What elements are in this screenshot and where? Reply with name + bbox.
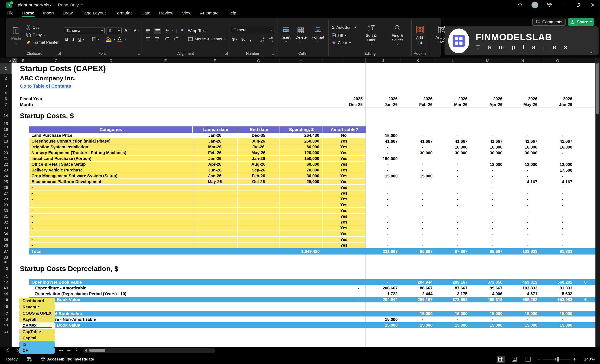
- percent-format-button[interactable]: %: [240, 36, 246, 43]
- column-header-N[interactable]: N: [505, 58, 540, 63]
- cell-L26[interactable]: -: [435, 185, 470, 191]
- row-header-41[interactable]: 41: [0, 274, 12, 279]
- cell-I18[interactable]: Yes: [323, 138, 366, 144]
- find-select-button[interactable]: Find & Select: [385, 23, 409, 46]
- cell-L37[interactable]: 87,667: [435, 248, 470, 255]
- column-header-H[interactable]: H: [280, 58, 323, 63]
- cell-L22[interactable]: -: [435, 162, 470, 167]
- cell-M45[interactable]: 469,319: [470, 297, 505, 302]
- cell-L19[interactable]: 16,000: [435, 144, 470, 150]
- cell-C32[interactable]: -: [29, 219, 192, 225]
- column-header-O[interactable]: O: [540, 58, 575, 63]
- cell-H19[interactable]: 80,000: [280, 144, 323, 150]
- cell-P17[interactable]: [575, 133, 595, 138]
- underline-button[interactable]: U: [77, 36, 85, 43]
- bold-button[interactable]: B: [64, 36, 69, 43]
- sort-filter-button[interactable]: AZ Sort & Filter: [360, 23, 383, 46]
- cell-L44[interactable]: 3,175: [435, 291, 470, 297]
- cell-F34[interactable]: [192, 231, 238, 237]
- cell-F28[interactable]: [192, 196, 238, 202]
- cell-K26[interactable]: -: [401, 185, 435, 191]
- cell-C17[interactable]: Land Purchase Price: [29, 133, 192, 138]
- cell-G22[interactable]: Aug-26: [238, 162, 280, 167]
- cell-N36[interactable]: -: [505, 243, 540, 248]
- cell-K18[interactable]: 41,667: [401, 138, 435, 144]
- row-header-27[interactable]: 27: [0, 191, 12, 196]
- fill-color-button[interactable]: [106, 37, 112, 42]
- cell-P35[interactable]: [575, 237, 595, 243]
- cell-K30[interactable]: -: [401, 208, 435, 214]
- cell-G49[interactable]: [238, 322, 280, 328]
- cell-K32[interactable]: -: [401, 219, 435, 225]
- cell-L48[interactable]: -: [435, 317, 470, 322]
- cell-L7[interactable]: Mar-26: [435, 102, 470, 107]
- row-header-39[interactable]: 39: [0, 260, 12, 263]
- cell-N29[interactable]: -: [505, 202, 540, 208]
- copy-button[interactable]: Copy: [25, 32, 60, 38]
- cell-O44[interactable]: 5,632: [540, 291, 575, 297]
- cell-H22[interactable]: 60,000: [280, 162, 323, 167]
- comma-format-button[interactable]: ,: [249, 35, 252, 43]
- cell-K48[interactable]: -: [401, 317, 435, 322]
- row-header-16[interactable]: 16: [0, 127, 12, 133]
- cell-N27[interactable]: -: [505, 191, 540, 196]
- cell-P21[interactable]: [575, 156, 595, 162]
- cell-J29[interactable]: -: [366, 202, 401, 208]
- cell-P47[interactable]: [575, 311, 595, 317]
- cell-J21[interactable]: 150,000: [366, 156, 401, 162]
- menu-tab-review[interactable]: Review: [159, 10, 174, 17]
- cell-G18[interactable]: Jun-26: [238, 138, 280, 144]
- cell-O25[interactable]: 4,167: [540, 179, 575, 185]
- read-only-label[interactable]: Read-Only: [58, 2, 79, 8]
- cell-O49[interactable]: 15,000: [540, 322, 575, 328]
- align-top-icon[interactable]: [144, 28, 151, 34]
- cell-O37[interactable]: 91,333: [540, 248, 575, 255]
- cell-J31[interactable]: -: [366, 214, 401, 219]
- cell-J17[interactable]: 15,000: [366, 133, 401, 138]
- cell-L31[interactable]: -: [435, 214, 470, 219]
- cell-H26[interactable]: [280, 185, 323, 191]
- cell-L20[interactable]: 30,000: [435, 150, 470, 156]
- cell-K27[interactable]: -: [401, 191, 435, 196]
- cell-M30[interactable]: -: [470, 208, 505, 214]
- cell-L36[interactable]: -: [435, 243, 470, 248]
- cell-K6[interactable]: 2026: [401, 96, 435, 102]
- cell-O18[interactable]: 41,667: [540, 138, 575, 144]
- fill-button[interactable]: Fill: [331, 32, 357, 38]
- cell-H18[interactable]: 250,000: [280, 138, 323, 144]
- cell-H42[interactable]: [280, 279, 323, 285]
- cell-N33[interactable]: -: [505, 225, 540, 231]
- cell-P27[interactable]: [575, 191, 595, 196]
- scroll-left-arrow-icon[interactable]: [85, 349, 87, 352]
- cell-H36[interactable]: [280, 243, 323, 248]
- cell-K20[interactable]: 30,000: [401, 150, 435, 156]
- cell-J49[interactable]: 15,000: [366, 322, 401, 328]
- empty-row[interactable]: [12, 302, 595, 311]
- cell-I31[interactable]: Yes: [323, 214, 366, 219]
- cell-N24[interactable]: -: [505, 173, 540, 179]
- row-header-43[interactable]: 43: [0, 285, 12, 291]
- cell-H23[interactable]: 70,000: [280, 167, 323, 173]
- column-header-D[interactable]: D: [83, 58, 139, 63]
- cell-N32[interactable]: -: [505, 219, 540, 225]
- cell-H43[interactable]: [280, 285, 323, 291]
- row-header-36[interactable]: 36: [0, 243, 12, 248]
- cell-O35[interactable]: -: [540, 237, 575, 243]
- empty-row[interactable]: [12, 260, 595, 263]
- cell-F19[interactable]: Mar-26: [192, 144, 238, 150]
- cell-F37[interactable]: [192, 248, 238, 255]
- cell-G21[interactable]: Jan-26: [238, 156, 280, 162]
- sheet-tab-contents[interactable]: Contents: [31, 291, 55, 298]
- cell-O23[interactable]: 17,500: [540, 167, 575, 173]
- cell-C37[interactable]: Total: [29, 248, 192, 255]
- row-header-34[interactable]: 34: [0, 231, 12, 237]
- column-header-K[interactable]: K: [401, 58, 435, 63]
- cell-I33[interactable]: Yes: [323, 225, 366, 231]
- cell-L18[interactable]: 41,667: [435, 138, 470, 144]
- cell-M44[interactable]: 4,006: [470, 291, 505, 297]
- sheet-options-kebab-icon[interactable]: ⋮: [75, 348, 79, 353]
- cell-O27[interactable]: -: [540, 191, 575, 196]
- cell-O19[interactable]: 16,000: [540, 144, 575, 150]
- increase-decimal-button[interactable]: ←0.00: [259, 36, 265, 43]
- row-header-42[interactable]: 42: [0, 279, 12, 285]
